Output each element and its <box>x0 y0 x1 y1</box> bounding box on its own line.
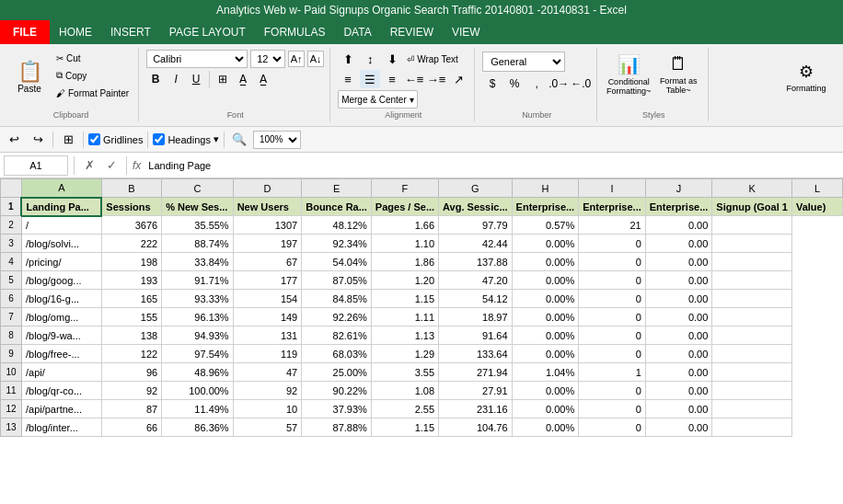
table-cell[interactable]: 0.00 <box>645 418 712 437</box>
comma-button[interactable]: , <box>526 74 547 93</box>
align-center-button[interactable]: ☰ <box>360 70 380 88</box>
menu-home[interactable]: HOME <box>50 20 101 44</box>
table-cell[interactable]: 0.00 <box>645 271 712 290</box>
table-cell[interactable]: 0.00% <box>512 253 579 271</box>
cancel-formula-button[interactable]: ✗ <box>80 156 98 175</box>
align-middle-button[interactable]: ↕ <box>360 50 380 68</box>
table-cell[interactable]: 1.11 <box>371 308 438 326</box>
cut-button[interactable]: ✂ Cut <box>52 50 133 66</box>
table-cell[interactable] <box>712 308 792 326</box>
table-cell[interactable]: Sessions <box>101 198 161 216</box>
indent-decrease-button[interactable]: ←≡ <box>404 70 424 88</box>
zoom-out-button[interactable]: 🔍 <box>229 130 249 150</box>
table-cell[interactable]: /blog/qr-co... <box>21 382 101 400</box>
table-cell[interactable]: 3.55 <box>371 363 438 382</box>
table-cell[interactable] <box>712 253 792 271</box>
table-cell[interactable]: 1.15 <box>371 290 438 308</box>
table-cell[interactable]: 0 <box>579 418 646 437</box>
undo-button[interactable]: ↩ <box>4 130 24 150</box>
table-cell[interactable]: 133.64 <box>439 345 513 363</box>
table-cell[interactable]: 91.71% <box>162 271 234 290</box>
table-cell[interactable]: 0.00 <box>645 345 712 363</box>
align-left-button[interactable]: ≡ <box>338 70 358 88</box>
table-cell[interactable]: Pages / Se... <box>371 198 438 216</box>
table-cell[interactable]: 0.00% <box>512 235 579 253</box>
table-cell[interactable]: 2 <box>1 216 22 235</box>
table-cell[interactable]: 48.12% <box>302 216 372 235</box>
table-cell[interactable]: 104.76 <box>439 418 513 437</box>
table-cell[interactable]: 154 <box>233 290 302 308</box>
format-painter-button[interactable]: 🖌 Format Painter <box>52 85 133 101</box>
headings-dropdown-icon[interactable]: ▾ <box>214 133 219 145</box>
table-cell[interactable]: 47.20 <box>439 271 513 290</box>
table-cell[interactable]: 84.85% <box>302 290 372 308</box>
table-cell[interactable]: 149 <box>233 308 302 326</box>
bold-button[interactable]: B <box>146 70 165 88</box>
table-cell[interactable]: 47 <box>233 363 302 382</box>
table-cell[interactable]: 18.97 <box>439 308 513 326</box>
currency-button[interactable]: $ <box>482 74 502 93</box>
align-right-button[interactable]: ≡ <box>382 70 402 88</box>
table-cell[interactable]: 91.64 <box>439 326 513 345</box>
menu-data[interactable]: DATA <box>334 20 380 44</box>
font-selector[interactable]: Calibri <box>146 50 248 68</box>
number-format-selector[interactable]: General <box>482 52 565 72</box>
table-cell[interactable]: 87.05% <box>302 271 372 290</box>
table-cell[interactable]: 0 <box>579 382 646 400</box>
table-cell[interactable]: 3 <box>1 235 22 253</box>
table-cell[interactable]: Bounce Ra... <box>302 198 372 216</box>
table-cell[interactable]: 96.13% <box>162 308 234 326</box>
table-cell[interactable]: 0.00 <box>645 400 712 418</box>
table-cell[interactable] <box>712 418 792 437</box>
table-cell[interactable]: 27.91 <box>439 382 513 400</box>
table-cell[interactable]: 94.93% <box>162 326 234 345</box>
table-cell[interactable]: 66 <box>101 418 161 437</box>
table-cell[interactable]: 0.00 <box>645 382 712 400</box>
table-cell[interactable]: 21 <box>579 216 646 235</box>
table-cell[interactable]: 0.00 <box>645 235 712 253</box>
menu-formulas[interactable]: FORMULAS <box>255 20 335 44</box>
menu-view[interactable]: VIEW <box>443 20 490 44</box>
table-cell[interactable]: 5 <box>1 271 22 290</box>
copy-button[interactable]: ⧉ Copy <box>52 67 133 84</box>
col-header-j[interactable]: J <box>645 179 712 198</box>
font-color-button[interactable]: A̲ <box>254 70 272 88</box>
font-size-selector[interactable]: 12 <box>250 50 285 68</box>
table-cell[interactable]: 8 <box>1 326 22 345</box>
table-cell[interactable]: 271.94 <box>439 363 513 382</box>
table-cell[interactable] <box>712 326 792 345</box>
align-top-button[interactable]: ⬆ <box>338 50 358 68</box>
table-cell[interactable]: 96 <box>101 363 161 382</box>
redo-button[interactable]: ↪ <box>28 130 48 150</box>
table-cell[interactable]: 87 <box>101 400 161 418</box>
table-cell[interactable]: 11 <box>1 382 22 400</box>
table-cell[interactable]: 0.00% <box>512 271 579 290</box>
col-header-k[interactable]: K <box>712 179 792 198</box>
col-header-l[interactable]: L <box>791 179 842 198</box>
table-cell[interactable]: 1.66 <box>371 216 438 235</box>
table-cell[interactable]: 0.00% <box>512 418 579 437</box>
table-cell[interactable]: 0 <box>579 400 646 418</box>
table-cell[interactable]: 13 <box>1 418 22 437</box>
table-cell[interactable]: 177 <box>233 271 302 290</box>
table-cell[interactable]: 92 <box>233 382 302 400</box>
table-cell[interactable]: 0.00% <box>512 400 579 418</box>
table-cell[interactable]: 33.84% <box>162 253 234 271</box>
table-cell[interactable]: 1.04% <box>512 363 579 382</box>
col-header-a[interactable]: A <box>21 179 101 198</box>
table-cell[interactable]: 0.00 <box>645 216 712 235</box>
table-cell[interactable]: 0.00% <box>512 308 579 326</box>
table-cell[interactable]: 0.00 <box>645 308 712 326</box>
table-cell[interactable]: 231.16 <box>439 400 513 418</box>
table-cell[interactable] <box>712 363 792 382</box>
table-cell[interactable]: 11.49% <box>162 400 234 418</box>
table-cell[interactable]: 165 <box>101 290 161 308</box>
table-cell[interactable]: 122 <box>101 345 161 363</box>
menu-insert[interactable]: INSERT <box>101 20 160 44</box>
table-cell[interactable] <box>712 382 792 400</box>
col-header-c[interactable]: C <box>162 179 234 198</box>
table-cell[interactable]: 0 <box>579 271 646 290</box>
table-cell[interactable]: 0.00% <box>512 382 579 400</box>
table-cell[interactable] <box>712 235 792 253</box>
table-cell[interactable]: /blog/16-g... <box>21 290 101 308</box>
